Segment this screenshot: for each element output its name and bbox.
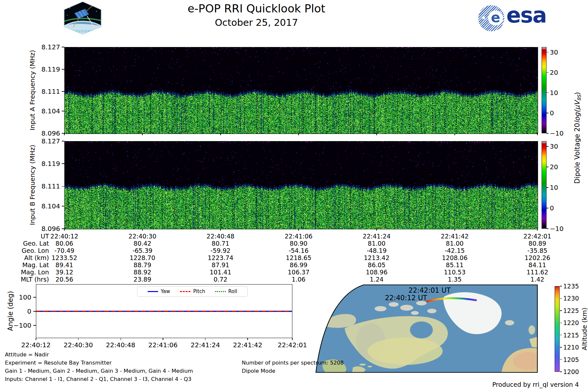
y-tick-label: 8.104 [36,107,60,115]
map-iceland [505,320,514,325]
legend-label: Yaw [161,288,170,294]
y-tick-label: 8.127 [36,137,60,145]
altitude-tick-mark [560,371,562,372]
ephemeris-value: 39.12 [35,269,94,276]
esa-logo: esa [506,3,547,28]
ephemeris-value: 86.05 [347,261,406,269]
ephemeris-value: 22:41:24 [347,233,406,240]
ephemeris-value: 1213.42 [347,254,406,261]
altitude-tick-label: 1235 [563,283,584,290]
points-note: Number of points per spectrum: 5208 [242,360,344,366]
track-end-label: 22:42:01 UT [408,286,450,294]
angle-x-tick-mark [247,338,248,340]
colorbar-tick-mark [547,133,548,134]
colorbar-tick-label: −10 [550,129,573,137]
x-tick-mark [298,229,299,231]
map-uk [529,325,535,335]
colorbar-tick-label: −10 [550,225,573,233]
mode-note: Dipole Mode [242,368,275,374]
y-tick-mark [62,91,64,92]
y-tick-label: 8.127 [36,43,60,51]
angle-x-tick-label: 22:41:06 [142,341,184,349]
legend-item-pitch: Pitch [180,288,205,294]
ephemeris-value: -35.85 [508,247,567,254]
colorbar-tick-mark [547,208,548,208]
ephemeris-value: 1223.74 [191,254,250,261]
y-tick-label: 8.119 [36,65,60,73]
produced-by-note: Produced by rri_ql version 4 [425,381,579,388]
esa-globe-e: e [488,10,503,25]
y-tick-label: 8.096 [36,129,60,137]
altitude-tick-label: 1230 [563,295,584,302]
altitude-tick-label: 1200 [563,368,584,375]
colorbar-tick-label: 30 [550,142,573,150]
ephemeris-value: 1.06 [269,276,328,283]
spectrogram-b-ylabel: Input B Frequency (MHz) [28,145,36,225]
spectrogram-b-canvas [65,141,538,229]
ephemeris-value: -54.16 [269,247,328,254]
y-tick-label: 8.111 [36,182,60,190]
colorbar-tick-label: 10 [550,89,573,97]
ephemeris-value: 88.79 [113,261,172,269]
angle-x-tick-label: 22:41:42 [226,341,269,349]
x-tick-mark [142,133,143,135]
dipole-colorbar-label: Dipole Voltage 20log(μVBS) [573,92,582,184]
y-tick-label: 8.111 [36,88,60,95]
spectrogram-a-ylabel: Input A Frequency (MHz) [28,50,36,130]
colorbar-tick-mark [547,228,548,229]
angle-y-tick-mark [33,311,36,312]
x-tick-mark [142,229,143,231]
ephemeris-value: 80.42 [113,240,172,247]
ephemeris-value: 22:40:30 [113,233,172,240]
y-tick-label: 8.104 [36,202,60,210]
ephemeris-value: 1218.65 [269,254,328,261]
inputs-note: Inputs: Channel 1 - I1, Channel 2 - Q1, … [5,376,191,382]
angle-x-tick-label: 22:41:24 [184,341,227,349]
altitude-tick-mark [560,323,562,323]
altitude-tick-label: 1210 [563,344,584,351]
ephemeris-value: 101.41 [191,269,250,276]
angle-y-tick-label: 0 [8,307,31,315]
ephemeris-value: 87.91 [191,261,250,269]
ephemeris-value: 1.24 [347,276,406,283]
spectrogram-a-canvas [65,47,538,134]
x-tick-mark [454,229,455,231]
x-tick-mark [376,229,377,231]
dipole-colorbar-b [542,141,547,229]
x-tick-mark [64,133,65,135]
map-hudson-bay [410,321,433,338]
x-tick-mark [298,133,299,135]
angle-x-tick-mark [292,338,293,340]
dipole-colorbar-a [542,47,547,133]
x-tick-mark [220,229,221,231]
y-tick-mark [62,186,64,187]
ephemeris-value: -70.49 [35,247,94,254]
colorbar-tick-label: 0 [550,109,573,117]
angle-y-tick-mark [33,297,36,298]
altitude-tick-label: 1220 [563,319,584,326]
x-tick-mark [537,133,538,135]
y-tick-mark [62,111,64,111]
altitude-tick-mark [560,335,562,335]
spectrogram-b-frame [64,141,538,229]
ephemeris-value: 22:40:48 [191,233,250,240]
ephemeris-value: 110.53 [425,269,484,276]
ephemeris-value: 22:41:06 [269,233,328,240]
ephemeris-value: -59.92 [191,247,250,254]
angle-x-tick-mark [36,338,36,340]
patch-label: CASSIOPE [73,30,93,33]
ephemeris-value: 111.62 [508,269,567,276]
legend-label: Roll [228,288,237,294]
ephemeris-value: 1228.70 [113,254,172,261]
legend-label: Pitch [193,288,205,294]
y-tick-label: 8.119 [36,160,60,168]
legend-line-sample [180,291,190,292]
ephemeris-value: -65.39 [113,247,172,254]
experiment-note: Experiment = Resolute Bay Transmitter [5,360,112,366]
angle-y-tick-label: 100 [8,293,31,301]
colorbar-tick-mark [547,187,548,188]
angle-x-tick-mark [78,338,79,340]
altitude-tick-mark [560,286,562,286]
legend-item-yaw: Yaw [148,288,170,294]
ephemeris-value: 0.72 [191,276,250,283]
